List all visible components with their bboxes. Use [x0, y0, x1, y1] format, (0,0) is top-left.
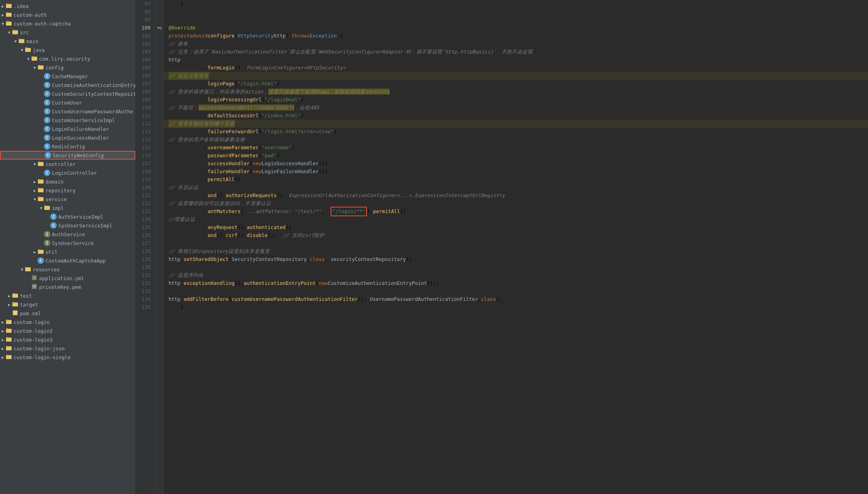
code-line-111: .defaultSuccessUrl("/index.html") [164, 112, 868, 120]
tree-arrow: ▶ [6, 294, 12, 298]
tree-item-application.yml[interactable]: Yapplication.yml [0, 274, 135, 283]
folder-icon [38, 187, 44, 194]
svg-rect-49 [6, 355, 8, 356]
code-line-108: // 登录的请求接口，对应表单的action，这里只是修改了处理的api，实际处… [164, 88, 868, 96]
tree-label: src [20, 30, 135, 36]
tree-item-custom-login2[interactable]: ▶custom-login2 [0, 326, 135, 335]
tree-arrow: ▼ [32, 162, 38, 166]
gutter-cell-110 [156, 104, 163, 112]
gutter-cell-97 [156, 0, 163, 8]
gutter: ⚑@ [156, 0, 164, 494]
tree-item-privateKey.pem[interactable]: PprivateKey.pem [0, 283, 135, 291]
gutter-cell-119 [156, 176, 163, 184]
tree-item-CustomSecurityContextRepositor[interactable]: CCustomSecurityContextRepositor [0, 89, 135, 98]
interface-icon: I [44, 231, 50, 237]
tree-item-SysUserService[interactable]: ISysUserService [0, 239, 135, 247]
tree-item-java[interactable]: ▼java [0, 45, 135, 54]
tree-label: custom-login3 [14, 337, 135, 343]
tree-item-LoginSuccessHandler[interactable]: CLoginSuccessHandler [0, 133, 135, 142]
tree-label: config [46, 65, 135, 71]
file-tree[interactable]: ▶.idea▶custom-auth▼custom-auth-captcha▼s… [0, 0, 136, 494]
line-number-124: 124 [139, 215, 152, 223]
tree-item-com.liry.security[interactable]: ▼com.liry.security [0, 54, 135, 63]
tree-item-custom-login-json[interactable]: ▶custom-login-json [0, 344, 135, 353]
tree-label: custom-login2 [14, 328, 135, 334]
tree-item-impl[interactable]: ▼impl [0, 204, 135, 212]
tree-item-src[interactable]: ▼src [0, 28, 135, 37]
line-number-100: 100 [139, 24, 152, 32]
line-number-122: 122 [139, 200, 152, 207]
tree-label: SysUserServiceImpl [58, 223, 135, 229]
tree-item-config[interactable]: ▼config [0, 63, 135, 72]
tree-label: CustomAuthCaptchaApp [46, 258, 135, 264]
tree-item-custom-auth-captcha[interactable]: ▼custom-auth-captcha [0, 19, 135, 28]
gutter-cell-114 [156, 136, 163, 144]
tree-label: impl [52, 205, 135, 211]
tree-item-LoginFailureHandler[interactable]: CLoginFailureHandler [0, 124, 135, 133]
gutter-cell-130 [156, 263, 163, 271]
tree-item-LoginController[interactable]: CLoginController [0, 168, 135, 177]
code-line-128: // 将我们的repository设置到共享变量里 [164, 247, 868, 255]
tree-label: repository [46, 188, 135, 194]
gutter-cell-112 [156, 120, 163, 128]
tree-item-domain[interactable]: ▶domain [0, 177, 135, 186]
tree-item-pom.xml[interactable]: Xpom.xml [0, 309, 135, 318]
folder-icon [6, 328, 12, 334]
tree-item-CustomUserServiceImpl[interactable]: CCustomUserServiceImpl [0, 116, 135, 124]
gutter-cell-99 [156, 16, 163, 24]
tree-arrow: ▼ [0, 22, 6, 26]
tree-arrow: ▼ [6, 30, 12, 35]
gutter-cell-117 [156, 160, 163, 168]
gutter-cell-115 [156, 144, 163, 152]
line-number-126: 126 [139, 231, 152, 239]
tree-item-CacheManager[interactable]: CCacheManager [0, 72, 135, 81]
tree-arrow: ▼ [38, 206, 44, 210]
svg-rect-43 [6, 328, 8, 330]
tree-item-SecurityWebConfig[interactable]: CSecurityWebConfig [0, 151, 135, 160]
tree-item-controller[interactable]: ▼controller [0, 160, 135, 168]
tree-item-custom-auth[interactable]: ▶custom-auth [0, 10, 135, 19]
gutter-cell-131 [156, 271, 163, 279]
code-line-112: // 登录失败转发到哪个页面 [164, 120, 868, 128]
tree-item-CustomUser[interactable]: CCustomUser [0, 98, 135, 107]
tree-label: CustomUser [52, 100, 135, 106]
tree-label: resources [33, 267, 135, 273]
tree-item-CustomizeAuthenticationEntryPo[interactable]: CCustomizeAuthenticationEntryPo [0, 81, 135, 89]
gutter-cell-133 [156, 287, 163, 295]
tree-item-RedisConfig[interactable]: CRedisConfig [0, 142, 135, 151]
line-number-131: 131 [139, 271, 152, 279]
tree-label: custom-auth-captcha [14, 21, 135, 27]
tree-item-custom-login[interactable]: ▶custom-login [0, 318, 135, 326]
tree-item-idea[interactable]: ▶.idea [0, 2, 135, 10]
tree-item-test[interactable]: ▶test [0, 291, 135, 300]
tree-item-AuthServiceImpl[interactable]: CAuthServiceImpl [0, 212, 135, 221]
tree-item-resources[interactable]: ▼resources [0, 265, 135, 274]
tree-item-custom-login3[interactable]: ▶custom-login3 [0, 335, 135, 344]
code-line-115: .usernameParameter("username") [164, 144, 868, 152]
tree-item-service[interactable]: ▼service [0, 195, 135, 204]
line-number-112: 112 [139, 120, 152, 128]
folder-icon [6, 345, 12, 352]
tree-item-target[interactable]: ▶target [0, 300, 135, 309]
tree-item-AuthService[interactable]: IAuthService [0, 230, 135, 239]
tree-arrow: ▶ [0, 355, 6, 360]
svg-rect-35 [12, 293, 15, 294]
tree-arrow: ▶ [32, 180, 38, 184]
tree-item-repository[interactable]: ▶repository [0, 186, 135, 195]
tree-label: CustomUserServiceImpl [52, 117, 135, 123]
folder-icon [38, 64, 44, 71]
code-line-114: // 登录的用户名和密码参数名称 [164, 136, 868, 144]
tree-item-CustomUsernamePasswordAuthe[interactable]: CCustomUsernamePasswordAuthe [0, 107, 135, 116]
gutter-cell-135 [156, 303, 163, 311]
tree-arrow: ▶ [0, 329, 6, 333]
code-line-126: .and().csrf().disable(); // 关闭csrf防护 [164, 231, 868, 239]
code-content[interactable]: }@Override protected void configure(Http… [164, 0, 868, 494]
tree-item-custom-login-single[interactable]: ▶custom-login-single [0, 353, 135, 362]
tree-item-main[interactable]: ▼main [0, 37, 135, 45]
code-line-131: // 设置序列化 [164, 271, 868, 279]
line-number-132: 132 [139, 279, 152, 287]
tree-item-util[interactable]: ▶util [0, 247, 135, 256]
gutter-cell-103 [156, 48, 163, 56]
tree-item-SysUserServiceImpl[interactable]: CSysUserServiceImpl [0, 221, 135, 230]
tree-item-CustomAuthCaptchaApp[interactable]: CCustomAuthCaptchaApp [0, 256, 135, 265]
